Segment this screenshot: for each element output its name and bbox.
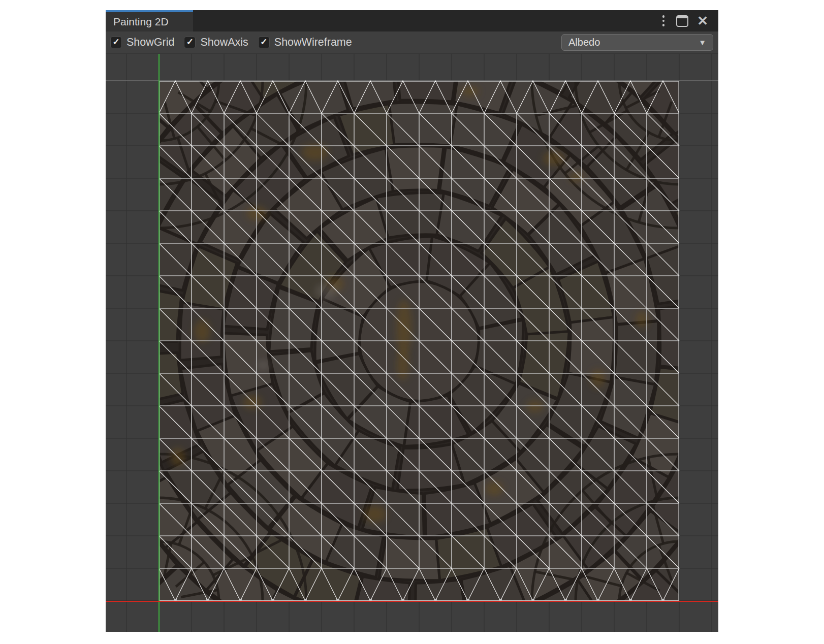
toolbar: ✓ ShowGrid ✓ ShowAxis ✓ ShowWireframe Al… <box>106 31 718 54</box>
painting-2d-window: Painting 2D ✕ ✓ ShowGrid ✓ ShowAxis ✓ Sh… <box>106 10 718 632</box>
show-wireframe-checkbox-box[interactable]: ✓ <box>258 37 270 48</box>
active-tab-accent <box>106 10 193 12</box>
titlebar-controls: ✕ <box>659 10 718 31</box>
uv-canvas[interactable] <box>106 54 718 632</box>
uv-texture-preview <box>106 54 718 632</box>
show-axis-checkbox-box[interactable]: ✓ <box>184 37 196 48</box>
tab-painting-2d[interactable]: Painting 2D <box>106 10 193 31</box>
dropdown-selected-value: Albedo <box>568 37 600 48</box>
checkbox-show-grid[interactable]: ✓ ShowGrid <box>110 36 174 49</box>
more-options-icon[interactable] <box>659 14 668 28</box>
maximize-icon[interactable] <box>676 15 688 27</box>
tab-bar: Painting 2D ✕ <box>106 10 718 31</box>
texture-channel-dropdown[interactable]: Albedo ▼ <box>561 34 713 51</box>
check-icon: ✓ <box>186 38 194 46</box>
tab-title: Painting 2D <box>113 14 169 28</box>
checkbox-show-wireframe[interactable]: ✓ ShowWireframe <box>258 36 352 49</box>
show-wireframe-label: ShowWireframe <box>274 36 352 49</box>
check-icon: ✓ <box>112 38 119 46</box>
show-grid-label: ShowGrid <box>126 36 174 49</box>
show-axis-label: ShowAxis <box>200 36 248 49</box>
check-icon: ✓ <box>260 38 267 46</box>
checkbox-show-axis[interactable]: ✓ ShowAxis <box>184 36 248 49</box>
show-grid-checkbox-box[interactable]: ✓ <box>110 37 122 48</box>
close-icon[interactable]: ✕ <box>697 16 708 26</box>
chevron-down-icon: ▼ <box>699 38 706 47</box>
